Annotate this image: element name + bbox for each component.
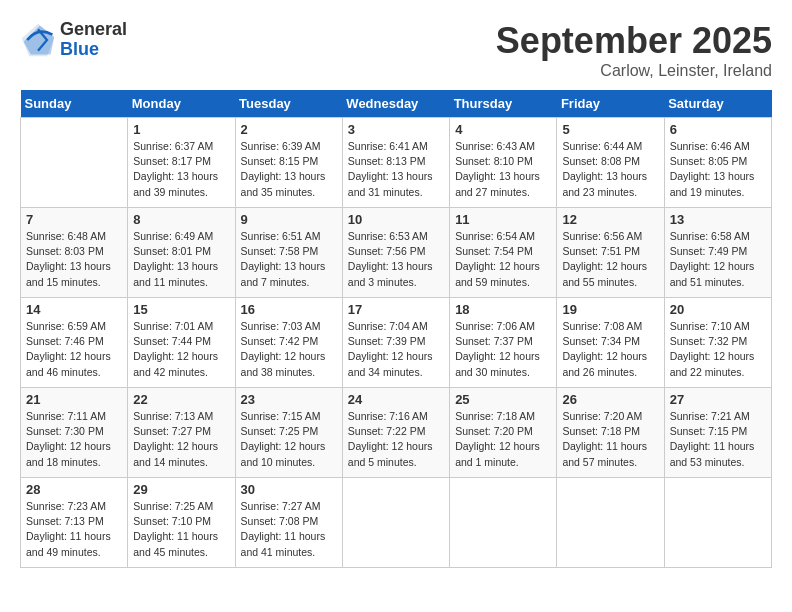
- calendar-cell: 14Sunrise: 6:59 AM Sunset: 7:46 PM Dayli…: [21, 298, 128, 388]
- day-info: Sunrise: 7:08 AM Sunset: 7:34 PM Dayligh…: [562, 319, 658, 380]
- calendar-cell: 5Sunrise: 6:44 AM Sunset: 8:08 PM Daylig…: [557, 118, 664, 208]
- day-info: Sunrise: 7:11 AM Sunset: 7:30 PM Dayligh…: [26, 409, 122, 470]
- day-number: 17: [348, 302, 444, 317]
- day-info: Sunrise: 7:13 AM Sunset: 7:27 PM Dayligh…: [133, 409, 229, 470]
- calendar-cell: [664, 478, 771, 568]
- day-info: Sunrise: 6:39 AM Sunset: 8:15 PM Dayligh…: [241, 139, 337, 200]
- calendar-cell: [342, 478, 449, 568]
- day-header-friday: Friday: [557, 90, 664, 118]
- day-header-tuesday: Tuesday: [235, 90, 342, 118]
- calendar-cell: 19Sunrise: 7:08 AM Sunset: 7:34 PM Dayli…: [557, 298, 664, 388]
- calendar-week-5: 28Sunrise: 7:23 AM Sunset: 7:13 PM Dayli…: [21, 478, 772, 568]
- day-number: 27: [670, 392, 766, 407]
- day-number: 1: [133, 122, 229, 137]
- day-number: 22: [133, 392, 229, 407]
- logo-icon: [20, 22, 56, 58]
- day-info: Sunrise: 6:51 AM Sunset: 7:58 PM Dayligh…: [241, 229, 337, 290]
- calendar-cell: 25Sunrise: 7:18 AM Sunset: 7:20 PM Dayli…: [450, 388, 557, 478]
- day-number: 18: [455, 302, 551, 317]
- day-number: 21: [26, 392, 122, 407]
- calendar-cell: 4Sunrise: 6:43 AM Sunset: 8:10 PM Daylig…: [450, 118, 557, 208]
- logo-text: General Blue: [60, 20, 127, 60]
- day-number: 5: [562, 122, 658, 137]
- day-number: 19: [562, 302, 658, 317]
- calendar-cell: 7Sunrise: 6:48 AM Sunset: 8:03 PM Daylig…: [21, 208, 128, 298]
- day-number: 3: [348, 122, 444, 137]
- calendar-cell: 16Sunrise: 7:03 AM Sunset: 7:42 PM Dayli…: [235, 298, 342, 388]
- calendar-cell: 26Sunrise: 7:20 AM Sunset: 7:18 PM Dayli…: [557, 388, 664, 478]
- day-number: 11: [455, 212, 551, 227]
- calendar-cell: 17Sunrise: 7:04 AM Sunset: 7:39 PM Dayli…: [342, 298, 449, 388]
- day-number: 6: [670, 122, 766, 137]
- calendar-cell: 2Sunrise: 6:39 AM Sunset: 8:15 PM Daylig…: [235, 118, 342, 208]
- logo-general-text: General: [60, 20, 127, 40]
- day-info: Sunrise: 7:18 AM Sunset: 7:20 PM Dayligh…: [455, 409, 551, 470]
- logo: General Blue: [20, 20, 127, 60]
- day-info: Sunrise: 6:53 AM Sunset: 7:56 PM Dayligh…: [348, 229, 444, 290]
- day-number: 20: [670, 302, 766, 317]
- day-info: Sunrise: 7:27 AM Sunset: 7:08 PM Dayligh…: [241, 499, 337, 560]
- day-info: Sunrise: 7:03 AM Sunset: 7:42 PM Dayligh…: [241, 319, 337, 380]
- calendar-week-3: 14Sunrise: 6:59 AM Sunset: 7:46 PM Dayli…: [21, 298, 772, 388]
- day-info: Sunrise: 6:41 AM Sunset: 8:13 PM Dayligh…: [348, 139, 444, 200]
- day-info: Sunrise: 6:43 AM Sunset: 8:10 PM Dayligh…: [455, 139, 551, 200]
- page-header: General Blue September 2025 Carlow, Lein…: [20, 20, 772, 80]
- title-block: September 2025 Carlow, Leinster, Ireland: [496, 20, 772, 80]
- day-info: Sunrise: 6:49 AM Sunset: 8:01 PM Dayligh…: [133, 229, 229, 290]
- calendar-cell: 28Sunrise: 7:23 AM Sunset: 7:13 PM Dayli…: [21, 478, 128, 568]
- month-title: September 2025: [496, 20, 772, 62]
- logo-blue-text: Blue: [60, 40, 127, 60]
- day-info: Sunrise: 7:25 AM Sunset: 7:10 PM Dayligh…: [133, 499, 229, 560]
- day-info: Sunrise: 7:10 AM Sunset: 7:32 PM Dayligh…: [670, 319, 766, 380]
- calendar-table: SundayMondayTuesdayWednesdayThursdayFrid…: [20, 90, 772, 568]
- calendar-cell: 29Sunrise: 7:25 AM Sunset: 7:10 PM Dayli…: [128, 478, 235, 568]
- calendar-cell: 24Sunrise: 7:16 AM Sunset: 7:22 PM Dayli…: [342, 388, 449, 478]
- day-header-thursday: Thursday: [450, 90, 557, 118]
- calendar-cell: 30Sunrise: 7:27 AM Sunset: 7:08 PM Dayli…: [235, 478, 342, 568]
- day-number: 7: [26, 212, 122, 227]
- day-info: Sunrise: 6:46 AM Sunset: 8:05 PM Dayligh…: [670, 139, 766, 200]
- day-header-monday: Monday: [128, 90, 235, 118]
- day-info: Sunrise: 6:59 AM Sunset: 7:46 PM Dayligh…: [26, 319, 122, 380]
- day-number: 29: [133, 482, 229, 497]
- day-info: Sunrise: 7:06 AM Sunset: 7:37 PM Dayligh…: [455, 319, 551, 380]
- day-info: Sunrise: 7:01 AM Sunset: 7:44 PM Dayligh…: [133, 319, 229, 380]
- day-header-wednesday: Wednesday: [342, 90, 449, 118]
- calendar-week-4: 21Sunrise: 7:11 AM Sunset: 7:30 PM Dayli…: [21, 388, 772, 478]
- day-number: 13: [670, 212, 766, 227]
- calendar-cell: 18Sunrise: 7:06 AM Sunset: 7:37 PM Dayli…: [450, 298, 557, 388]
- calendar-cell: 6Sunrise: 6:46 AM Sunset: 8:05 PM Daylig…: [664, 118, 771, 208]
- day-info: Sunrise: 6:58 AM Sunset: 7:49 PM Dayligh…: [670, 229, 766, 290]
- day-info: Sunrise: 7:23 AM Sunset: 7:13 PM Dayligh…: [26, 499, 122, 560]
- calendar-cell: 21Sunrise: 7:11 AM Sunset: 7:30 PM Dayli…: [21, 388, 128, 478]
- calendar-week-2: 7Sunrise: 6:48 AM Sunset: 8:03 PM Daylig…: [21, 208, 772, 298]
- calendar-body: 1Sunrise: 6:37 AM Sunset: 8:17 PM Daylig…: [21, 118, 772, 568]
- day-number: 10: [348, 212, 444, 227]
- day-info: Sunrise: 6:37 AM Sunset: 8:17 PM Dayligh…: [133, 139, 229, 200]
- calendar-cell: 8Sunrise: 6:49 AM Sunset: 8:01 PM Daylig…: [128, 208, 235, 298]
- calendar-header: SundayMondayTuesdayWednesdayThursdayFrid…: [21, 90, 772, 118]
- day-number: 24: [348, 392, 444, 407]
- day-header-saturday: Saturday: [664, 90, 771, 118]
- day-number: 2: [241, 122, 337, 137]
- calendar-cell: 20Sunrise: 7:10 AM Sunset: 7:32 PM Dayli…: [664, 298, 771, 388]
- day-number: 25: [455, 392, 551, 407]
- calendar-cell: 22Sunrise: 7:13 AM Sunset: 7:27 PM Dayli…: [128, 388, 235, 478]
- day-number: 23: [241, 392, 337, 407]
- calendar-cell: 1Sunrise: 6:37 AM Sunset: 8:17 PM Daylig…: [128, 118, 235, 208]
- calendar-cell: 23Sunrise: 7:15 AM Sunset: 7:25 PM Dayli…: [235, 388, 342, 478]
- calendar-cell: 3Sunrise: 6:41 AM Sunset: 8:13 PM Daylig…: [342, 118, 449, 208]
- day-number: 15: [133, 302, 229, 317]
- day-info: Sunrise: 6:44 AM Sunset: 8:08 PM Dayligh…: [562, 139, 658, 200]
- day-info: Sunrise: 6:56 AM Sunset: 7:51 PM Dayligh…: [562, 229, 658, 290]
- calendar-cell: 15Sunrise: 7:01 AM Sunset: 7:44 PM Dayli…: [128, 298, 235, 388]
- calendar-cell: 12Sunrise: 6:56 AM Sunset: 7:51 PM Dayli…: [557, 208, 664, 298]
- day-number: 14: [26, 302, 122, 317]
- day-header-sunday: Sunday: [21, 90, 128, 118]
- day-number: 30: [241, 482, 337, 497]
- day-number: 12: [562, 212, 658, 227]
- calendar-cell: [557, 478, 664, 568]
- day-number: 4: [455, 122, 551, 137]
- location: Carlow, Leinster, Ireland: [496, 62, 772, 80]
- day-info: Sunrise: 7:15 AM Sunset: 7:25 PM Dayligh…: [241, 409, 337, 470]
